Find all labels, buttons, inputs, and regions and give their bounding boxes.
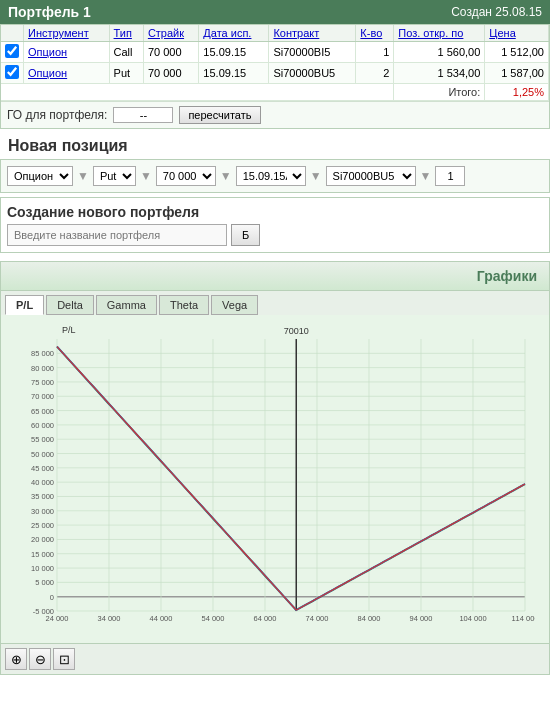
tab-delta[interactable]: Delta (46, 295, 94, 315)
col-check (1, 25, 24, 42)
svg-text:P/L: P/L (62, 325, 76, 335)
np-type1-select[interactable]: Опцион (7, 166, 73, 186)
svg-text:50 000: 50 000 (31, 450, 54, 459)
chart-controls: ⊕ ⊖ ⊡ (0, 644, 550, 675)
portfolio-title: Портфель 1 (8, 4, 91, 20)
chart-svg: -5 00005 00010 00015 00020 00025 00030 0… (5, 319, 535, 639)
col-strike[interactable]: Страйк (143, 25, 198, 42)
recalculate-button[interactable]: пересчитать (179, 106, 260, 124)
col-qty[interactable]: К-во (356, 25, 394, 42)
create-portfolio-button[interactable]: Б (231, 224, 260, 246)
svg-text:55 000: 55 000 (31, 435, 54, 444)
tab-p/l[interactable]: P/L (5, 295, 44, 315)
svg-text:65 000: 65 000 (31, 407, 54, 416)
new-position-section: Новая позиция Опцион ▼ Put ▼ 70 000 ▼ 15… (0, 129, 550, 193)
np-expiry-select[interactable]: 15.09.15А (236, 166, 306, 186)
svg-text:25 000: 25 000 (31, 521, 54, 530)
total-value: 1,25% (485, 84, 549, 101)
row-contract-1: Si70000BU5 (269, 63, 356, 84)
col-expiry[interactable]: Дата исп. (199, 25, 269, 42)
create-portfolio-title: Создание нового портфеля (7, 204, 543, 220)
svg-text:104 000: 104 000 (459, 614, 486, 623)
row-strike-1: 70 000 (143, 63, 198, 84)
row-checkbox-0[interactable] (5, 44, 19, 58)
col-contract[interactable]: Контракт (269, 25, 356, 42)
svg-text:74 000: 74 000 (306, 614, 329, 623)
portfolio-created-date: Создан 25.08.15 (451, 5, 542, 19)
row-qty-1: 2 (356, 63, 394, 84)
row-price-0: 1 512,00 (485, 42, 549, 63)
svg-text:64 000: 64 000 (254, 614, 277, 623)
col-type[interactable]: Тип (109, 25, 143, 42)
svg-text:80 000: 80 000 (31, 364, 54, 373)
svg-text:35 000: 35 000 (31, 492, 54, 501)
np-strike-select[interactable]: 70 000 (156, 166, 216, 186)
row-contract-0: Si70000BI5 (269, 42, 356, 63)
row-checkbox-1[interactable] (5, 65, 19, 79)
svg-rect-0 (57, 339, 525, 611)
col-price[interactable]: Цена (485, 25, 549, 42)
svg-text:75 000: 75 000 (31, 378, 54, 387)
np-contract-select[interactable]: Si70000BU5 (326, 166, 416, 186)
row-instrument-1[interactable]: Опцион (24, 63, 110, 84)
row-type-1: Put (109, 63, 143, 84)
portfolio-name-input[interactable] (7, 224, 227, 246)
row-price-1: 1 587,00 (485, 63, 549, 84)
row-open-price-0: 1 560,00 (394, 42, 485, 63)
portfolio-header: Портфель 1 Создан 25.08.15 (0, 0, 550, 24)
svg-text:94 000: 94 000 (410, 614, 433, 623)
svg-text:40 000: 40 000 (31, 478, 54, 487)
col-open-price[interactable]: Поз. откр. по (394, 25, 485, 42)
svg-text:44 000: 44 000 (150, 614, 173, 623)
svg-text:54 000: 54 000 (202, 614, 225, 623)
tab-vega[interactable]: Vega (211, 295, 258, 315)
svg-text:45 000: 45 000 (31, 464, 54, 473)
zoom-reset-button[interactable]: ⊡ (53, 648, 75, 670)
total-label: Итого: (394, 84, 485, 101)
chart-area: option.ru -5 00005 00010 00015 00020 000… (5, 319, 535, 639)
chart-tabs: P/LDeltaGammaThetaVega (0, 291, 550, 315)
go-row: ГО для портфеля: пересчитать (1, 101, 549, 128)
zoom-in-button[interactable]: ⊕ (5, 648, 27, 670)
row-expiry-0: 15.09.15 (199, 42, 269, 63)
row-strike-0: 70 000 (143, 42, 198, 63)
svg-text:15 000: 15 000 (31, 550, 54, 559)
table-header-row: Инструмент Тип Страйк Дата исп. Контракт… (1, 25, 549, 42)
row-qty-0: 1 (356, 42, 394, 63)
row-instrument-0[interactable]: Опцион (24, 42, 110, 63)
total-row: Итого: 1,25% (1, 84, 549, 101)
svg-text:30 000: 30 000 (31, 507, 54, 516)
svg-text:70010: 70010 (284, 326, 309, 336)
row-type-0: Call (109, 42, 143, 63)
go-input[interactable] (113, 107, 173, 123)
go-label: ГО для портфеля: (7, 108, 107, 122)
svg-text:20 000: 20 000 (31, 535, 54, 544)
col-instrument[interactable]: Инструмент (24, 25, 110, 42)
np-type2-select[interactable]: Put (93, 166, 136, 186)
svg-text:0: 0 (50, 593, 54, 602)
svg-text:24 000: 24 000 (46, 614, 69, 623)
charts-title: Графики (477, 268, 537, 284)
create-portfolio-section: Создание нового портфеля Б (0, 197, 550, 253)
zoom-out-button[interactable]: ⊖ (29, 648, 51, 670)
svg-text:85 000: 85 000 (31, 349, 54, 358)
svg-text:60 000: 60 000 (31, 421, 54, 430)
row-expiry-1: 15.09.15 (199, 63, 269, 84)
svg-text:84 000: 84 000 (358, 614, 381, 623)
svg-text:114 000: 114 000 (511, 614, 535, 623)
charts-header: Графики (0, 261, 550, 291)
new-position-title: Новая позиция (0, 129, 550, 159)
table-row: Опцион Call 70 000 15.09.15 Si70000BI5 1… (1, 42, 549, 63)
tab-gamma[interactable]: Gamma (96, 295, 157, 315)
row-open-price-1: 1 534,00 (394, 63, 485, 84)
chart-container: option.ru -5 00005 00010 00015 00020 000… (0, 315, 550, 644)
portfolio-table-section: Инструмент Тип Страйк Дата исп. Контракт… (0, 24, 550, 129)
np-qty-input[interactable] (435, 166, 465, 186)
svg-text:34 000: 34 000 (98, 614, 121, 623)
svg-text:10 000: 10 000 (31, 564, 54, 573)
svg-text:5 000: 5 000 (35, 578, 54, 587)
portfolio-table: Инструмент Тип Страйк Дата исп. Контракт… (1, 25, 549, 101)
new-position-form: Опцион ▼ Put ▼ 70 000 ▼ 15.09.15А ▼ Si70… (0, 159, 550, 193)
svg-text:70 000: 70 000 (31, 392, 54, 401)
tab-theta[interactable]: Theta (159, 295, 209, 315)
